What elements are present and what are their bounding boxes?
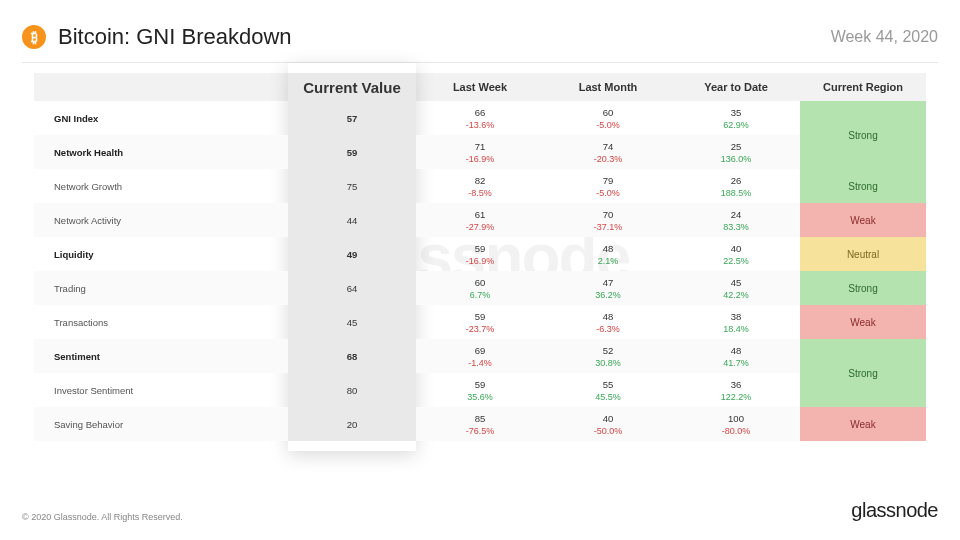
metric-label: Investor Sentiment [34, 373, 288, 407]
value-cell: 61-27.9% [416, 203, 544, 237]
value-cell: 59-16.9% [416, 237, 544, 271]
value-cell: 36122.2% [672, 373, 800, 407]
value-cell: 71-16.9% [416, 135, 544, 169]
value-cell: 69-1.4% [416, 339, 544, 373]
metric-label: Trading [34, 271, 288, 305]
table-row: Investor Sentiment805935.6%5545.5%36122.… [34, 373, 926, 407]
current-value-cell: 44 [288, 203, 416, 237]
table-row: Saving Behavior2085-76.5%40-50.0%100-80.… [34, 407, 926, 441]
divider [22, 62, 938, 63]
header: ₿ Bitcoin: GNI Breakdown Week 44, 2020 [0, 0, 960, 62]
table-row: Network Health5971-16.9%74-20.3%25136.0% [34, 135, 926, 169]
metric-label: Liquidity [34, 237, 288, 271]
value-cell: 60-5.0% [544, 101, 672, 135]
value-cell: 70-37.1% [544, 203, 672, 237]
value-cell: 4841.7% [672, 339, 800, 373]
table-row: Liquidity4959-16.9%482.1%4022.5% [34, 237, 926, 271]
value-cell: 4736.2% [544, 271, 672, 305]
metric-label: Transactions [34, 305, 288, 339]
metric-label: Saving Behavior [34, 407, 288, 441]
value-cell: 2483.3% [672, 203, 800, 237]
value-cell: 5935.6% [416, 373, 544, 407]
region-cell: Strong [800, 271, 926, 305]
value-cell: 26188.5% [672, 169, 800, 203]
value-cell: 40-50.0% [544, 407, 672, 441]
col-region: Current Region [800, 81, 926, 93]
current-value-cell: 59 [288, 135, 416, 169]
value-cell: 74-20.3% [544, 135, 672, 169]
current-value-cell: 68 [288, 339, 416, 373]
week-label: Week 44, 2020 [831, 28, 938, 46]
current-value-cell: 20 [288, 407, 416, 441]
value-cell: 59-23.7% [416, 305, 544, 339]
table-row: Network Growth7582-8.5%79-5.0%26188.5% [34, 169, 926, 203]
value-cell: 66-13.6% [416, 101, 544, 135]
table-row: Trading64606.7%4736.2%4542.2% [34, 271, 926, 305]
value-cell: 5545.5% [544, 373, 672, 407]
table-row: Transactions4559-23.7%48-6.3%3818.4% [34, 305, 926, 339]
gni-table: glassnode Current Value Last Week Last M… [34, 73, 926, 441]
region-cell: Neutral [800, 237, 926, 271]
region-cell: Weak [800, 203, 926, 237]
footer: © 2020 Glassnode. All Rights Reserved. g… [22, 499, 938, 522]
value-cell: 100-80.0% [672, 407, 800, 441]
value-cell: 3818.4% [672, 305, 800, 339]
col-last-month: Last Month [544, 81, 672, 93]
table-row: Network Activity4461-27.9%70-37.1%2483.3… [34, 203, 926, 237]
value-cell: 4022.5% [672, 237, 800, 271]
current-value-cell: 49 [288, 237, 416, 271]
value-cell: 5230.8% [544, 339, 672, 373]
metric-label: Network Health [34, 135, 288, 169]
bitcoin-icon: ₿ [22, 25, 46, 49]
current-value-cell: 75 [288, 169, 416, 203]
copyright: © 2020 Glassnode. All Rights Reserved. [22, 512, 183, 522]
table-header: Current Value Last Week Last Month Year … [34, 73, 926, 101]
current-value-cell: 64 [288, 271, 416, 305]
metric-label: Network Activity [34, 203, 288, 237]
table-body: GNI Index5766-13.6%60-5.0%3562.9%Network… [34, 101, 926, 441]
col-current: Current Value [288, 73, 416, 101]
value-cell: 82-8.5% [416, 169, 544, 203]
table-row: Sentiment6869-1.4%5230.8%4841.7% [34, 339, 926, 373]
col-last-week: Last Week [416, 81, 544, 93]
metric-label: GNI Index [34, 101, 288, 135]
current-value-cell: 45 [288, 305, 416, 339]
region-cell: Weak [800, 407, 926, 441]
current-value-cell: 80 [288, 373, 416, 407]
value-cell: 48-6.3% [544, 305, 672, 339]
col-ytd: Year to Date [672, 81, 800, 93]
value-cell: 606.7% [416, 271, 544, 305]
region-cell: Weak [800, 305, 926, 339]
value-cell: 482.1% [544, 237, 672, 271]
value-cell: 79-5.0% [544, 169, 672, 203]
brand-logo: glassnode [851, 499, 938, 522]
metric-label: Network Growth [34, 169, 288, 203]
region-cell: Strong [800, 339, 926, 407]
page-title: Bitcoin: GNI Breakdown [58, 24, 292, 50]
metric-label: Sentiment [34, 339, 288, 373]
value-cell: 4542.2% [672, 271, 800, 305]
value-cell: 25136.0% [672, 135, 800, 169]
value-cell: 85-76.5% [416, 407, 544, 441]
current-value-cell: 57 [288, 101, 416, 135]
title-wrap: ₿ Bitcoin: GNI Breakdown [22, 24, 292, 50]
table-row: GNI Index5766-13.6%60-5.0%3562.9% [34, 101, 926, 135]
region-cell: Strong [800, 101, 926, 169]
value-cell: 3562.9% [672, 101, 800, 135]
region-cell: Strong [800, 169, 926, 203]
region-column: StrongStrongWeakNeutralStrongWeakStrongW… [800, 101, 926, 441]
